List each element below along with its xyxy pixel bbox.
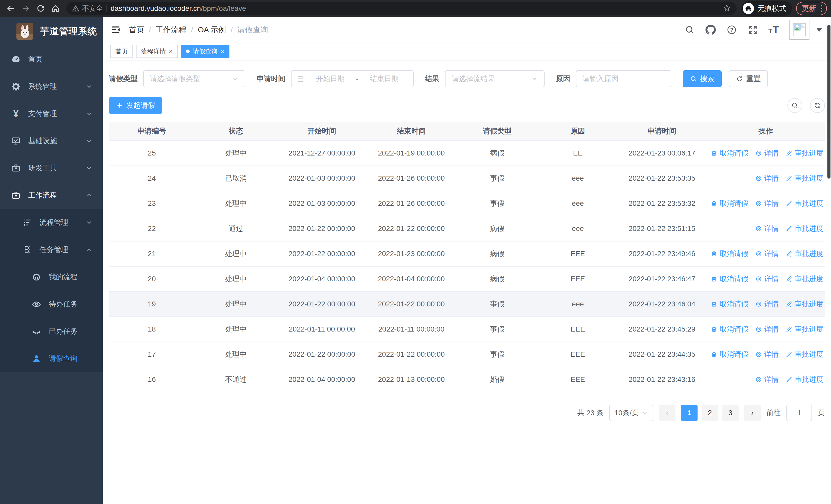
action-detail[interactable]: 详情 xyxy=(755,148,779,158)
column-header: 申请时间 xyxy=(617,122,707,141)
sidebar-item-done-task[interactable]: 已办任务 xyxy=(0,318,103,345)
sidebar-item-infra[interactable]: 基础设施 xyxy=(0,127,103,154)
action-detail[interactable]: 详情 xyxy=(755,224,779,234)
leave-type-select[interactable]: 请选择请假类型 xyxy=(143,70,245,87)
address-bar[interactable]: 不安全 dashboard.yudao.iocoder.cn/bpm/oa/le… xyxy=(66,2,737,15)
action-cancel[interactable]: 取消请假 xyxy=(710,249,748,259)
action-progress[interactable]: 审批进度 xyxy=(785,350,823,359)
detail-icon xyxy=(755,351,762,358)
sidebar-collapse-icon[interactable] xyxy=(109,23,122,36)
security-warning[interactable]: 不安全 xyxy=(72,4,103,13)
action-detail[interactable]: 详情 xyxy=(755,249,779,259)
sidebar-item-label: 基础设施 xyxy=(28,136,85,146)
url-text[interactable]: dashboard.yudao.iocoder.cn/bpm/oa/leave xyxy=(111,4,719,12)
sidebar-item-leave-query[interactable]: 请假查询 xyxy=(0,345,103,372)
help-icon[interactable]: ? xyxy=(726,24,737,35)
action-progress[interactable]: 审批进度 xyxy=(785,324,823,334)
page-button-1[interactable]: 1 xyxy=(681,405,697,421)
browser-back-button[interactable] xyxy=(4,2,18,15)
action-label: 取消请假 xyxy=(720,350,748,359)
show-search-button[interactable] xyxy=(787,98,802,113)
cell-id: 25 xyxy=(109,141,195,166)
action-progress[interactable]: 审批进度 xyxy=(785,299,823,309)
action-cancel[interactable]: 取消请假 xyxy=(710,324,748,334)
font-size-icon[interactable]: TT xyxy=(768,24,779,36)
refresh-table-button[interactable] xyxy=(810,98,825,113)
update-label: 更新 xyxy=(802,4,816,13)
bookmark-star-icon[interactable] xyxy=(723,4,731,13)
browser-forward-button[interactable] xyxy=(19,2,32,15)
page-button-2[interactable]: 2 xyxy=(701,405,718,421)
avatar-dropdown-icon[interactable] xyxy=(816,28,822,32)
reason-input[interactable] xyxy=(576,70,671,87)
prev-page-button[interactable]: ‹ xyxy=(659,405,676,421)
tab-leave-query[interactable]: 请假查询× xyxy=(181,45,229,58)
avatar[interactable] xyxy=(790,20,809,40)
date-range-picker[interactable]: 开始日期 - 结束日期 xyxy=(291,70,414,87)
action-cancel[interactable]: 取消请假 xyxy=(710,299,748,309)
sidebar-item-task-mgmt[interactable]: 任务管理 xyxy=(0,236,103,263)
logo-row[interactable]: 芋道管理系统 xyxy=(0,17,103,46)
sidebar-item-my-process[interactable]: 我的流程 xyxy=(0,263,103,291)
browser-menu-icon[interactable] xyxy=(821,5,822,12)
action-cancel[interactable]: 取消请假 xyxy=(710,350,748,359)
progress-icon xyxy=(785,150,793,157)
action-cancel[interactable]: 取消请假 xyxy=(710,199,748,208)
detail-icon xyxy=(755,225,762,232)
action-detail[interactable]: 详情 xyxy=(755,199,779,208)
action-detail[interactable]: 详情 xyxy=(755,350,779,359)
create-leave-button[interactable]: 发起请假 xyxy=(109,97,162,114)
sidebar-item-process-mgmt[interactable]: 流程管理 xyxy=(0,209,103,236)
action-label: 取消请假 xyxy=(720,199,748,208)
browser-update-button[interactable]: 更新 xyxy=(796,2,827,15)
search-button[interactable]: 搜索 xyxy=(683,70,722,87)
tab-home[interactable]: 首页 xyxy=(110,45,133,58)
breadcrumb-item[interactable]: OA 示例 xyxy=(198,25,226,35)
action-cancel[interactable]: 取消请假 xyxy=(710,274,748,284)
action-progress[interactable]: 审批进度 xyxy=(785,199,823,208)
action-detail[interactable]: 详情 xyxy=(755,174,779,183)
search-icon[interactable] xyxy=(684,24,695,35)
cell-reason: EEE xyxy=(539,266,617,292)
action-detail[interactable]: 详情 xyxy=(755,324,779,334)
sidebar-item-home[interactable]: 首页 xyxy=(0,46,103,73)
fullscreen-icon[interactable] xyxy=(747,24,758,35)
browser-reload-button[interactable] xyxy=(34,2,47,15)
close-icon[interactable]: × xyxy=(221,48,224,55)
action-detail[interactable]: 详情 xyxy=(755,299,779,309)
action-progress[interactable]: 审批进度 xyxy=(785,224,823,234)
reset-button[interactable]: 重置 xyxy=(729,70,768,87)
action-progress[interactable]: 审批进度 xyxy=(785,174,823,183)
github-icon[interactable] xyxy=(705,24,716,35)
sidebar-item-todo-task[interactable]: 待办任务 xyxy=(0,291,103,318)
action-detail[interactable]: 详情 xyxy=(755,375,779,384)
column-header: 原因 xyxy=(539,122,617,141)
end-date-input[interactable]: 结束日期 xyxy=(361,74,408,84)
row-actions: 详情审批进度 xyxy=(707,174,825,183)
action-detail[interactable]: 详情 xyxy=(755,274,779,284)
action-label: 审批进度 xyxy=(795,148,823,158)
table-row: 19处理中2022-01-22 00:00:002022-01-22 00:00… xyxy=(109,292,825,317)
action-progress[interactable]: 审批进度 xyxy=(785,274,823,284)
action-progress[interactable]: 审批进度 xyxy=(785,249,823,259)
page-size-select[interactable]: 10条/页 xyxy=(609,405,653,421)
action-progress[interactable]: 审批进度 xyxy=(785,148,823,158)
sidebar-item-devtools[interactable]: 研发工具 xyxy=(0,154,103,182)
scrollbar-thumb[interactable] xyxy=(827,25,830,179)
close-icon[interactable]: × xyxy=(169,48,173,55)
goto-page-input[interactable] xyxy=(786,405,812,421)
column-header: 结束时间 xyxy=(367,122,456,141)
sidebar-item-workflow[interactable]: 工作流程 xyxy=(0,182,103,209)
breadcrumb-item[interactable]: 工作流程 xyxy=(155,25,186,35)
tab-process-detail[interactable]: 流程详情× xyxy=(136,45,178,58)
sidebar-item-system[interactable]: 系统管理 xyxy=(0,73,103,100)
result-select[interactable]: 请选择流结果 xyxy=(445,70,545,87)
action-cancel[interactable]: 取消请假 xyxy=(710,148,748,158)
action-progress[interactable]: 审批进度 xyxy=(785,375,823,384)
browser-home-button[interactable] xyxy=(49,2,62,15)
next-page-button[interactable]: › xyxy=(744,405,761,421)
start-date-input[interactable]: 开始日期 xyxy=(307,74,354,84)
page-button-3[interactable]: 3 xyxy=(722,405,739,421)
sidebar-item-payment[interactable]: ¥支付管理 xyxy=(0,100,103,127)
breadcrumb-item[interactable]: 首页 xyxy=(129,25,144,35)
